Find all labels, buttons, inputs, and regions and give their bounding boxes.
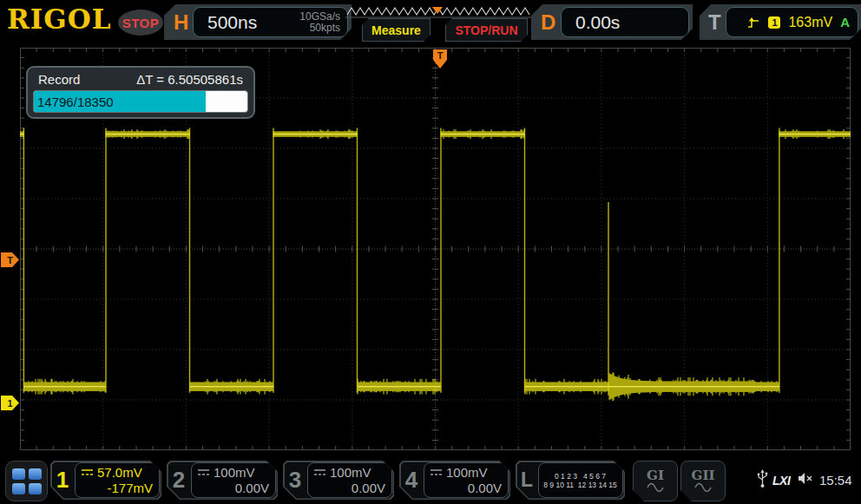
gen2-label: GII [692,469,715,482]
trigger-label: T [708,10,721,35]
logic-label: L [516,461,538,500]
oscilloscope-screen: RIGOL STOP H 500ns 10GSa/s 50kpts Measur… [0,0,861,504]
delay-readout: 0.00s [561,7,689,37]
run-state-badge: STOP [118,10,163,36]
channel2-offset: 0.00V [197,481,269,496]
usb-icon [757,469,768,488]
logic-analyzer-box[interactable]: L 0 1 2 3 4 5 6 7 8 9 10 11 12 13 14 15 [516,461,625,500]
record-delta-t: ΔT = 6.50505861s [136,72,243,87]
acquisition-info: 10GSa/s 50kpts [299,11,340,34]
channel4-offset: 0.00V [430,481,502,496]
record-progress-text: 14796/18350 [37,91,114,112]
memory-depth: 50kpts [310,22,340,34]
stop-run-button[interactable]: STOP/RUN [445,18,528,42]
menu-grid-icon [12,468,25,480]
logic-digits-row1: 0 1 2 3 4 5 6 7 [555,472,606,481]
sine-wave-icon [693,482,713,493]
channel1-number: 1 [50,461,75,500]
trigger-slope-icon [746,16,760,29]
gen1-label: GI [647,469,664,482]
trigger-level-marker[interactable]: T [1,252,19,267]
delay-value: 0.00s [575,12,620,33]
record-overlay: Record ΔT = 6.50505861s 14796/18350 [26,66,255,119]
logic-digits-row2: 8 9 10 11 12 13 14 15 [543,481,616,489]
delay-label: D [541,10,555,35]
trigger-position-marker[interactable]: T [432,49,448,70]
horizontal-label: H [174,10,188,35]
channel3-offset: 0.00V [313,481,385,496]
timebase-value: 500ns [207,12,257,33]
channel3-number: 3 [283,461,307,500]
menu-button[interactable] [5,461,48,501]
clock: 15:54 [819,473,852,488]
channel2-scale: 100mV [214,465,255,481]
delay-panel[interactable]: D 0.00s [531,4,693,40]
dc-coupling-icon [430,468,443,476]
channel1-offset: -177mV [81,481,153,496]
menu-grid-icon [29,468,42,480]
trigger-source-badge: 1 [768,16,780,29]
sample-rate: 10GSa/s [299,10,340,23]
waveform-preview-strip[interactable] [345,4,531,18]
measure-button[interactable]: Measure [362,18,430,42]
trigger-position-letter: T [437,50,444,61]
gen1-button[interactable]: GI [633,461,678,501]
sine-wave-icon [646,482,665,493]
menu-grid-icon [12,483,25,494]
horizontal-panel[interactable]: H 500ns 10GSa/s 50kpts [164,4,352,40]
channel4-box[interactable]: 4 100mV 0.00V [399,461,510,500]
gen2-button[interactable]: GII [680,461,726,501]
trigger-panel[interactable]: T 1 163mV A [700,4,861,40]
channel4-number: 4 [399,461,424,500]
trigger-sweep-mode: A [840,15,850,29]
channel2-number: 2 [167,461,191,500]
channel3-box[interactable]: 3 100mV 0.00V [283,461,394,500]
speaker-muted-icon [798,472,813,485]
menu-grid-icon [29,483,42,494]
channel4-scale: 100mV [446,465,488,481]
dc-coupling-icon [197,468,210,476]
rigol-logo: RIGOL [7,3,112,35]
timebase-readout: 500ns 10GSa/s 50kpts [193,7,348,37]
channel1-scale: 57.0mV [97,465,142,481]
channel3-scale: 100mV [330,465,371,481]
record-title: Record [38,72,80,87]
channel1-zero-marker[interactable]: 1 [1,396,19,410]
record-progress-bar[interactable]: 14796/18350 [33,90,248,113]
trigger-readout: 1 163mV A [726,7,858,37]
dc-coupling-icon [81,468,94,476]
channel1-box[interactable]: 1 57.0mV -177mV [50,461,161,500]
channel2-box[interactable]: 2 100mV 0.00V [167,461,278,500]
dc-coupling-icon [313,468,326,476]
lxi-logo: LXI [772,474,790,488]
trigger-level-value: 163mV [788,15,832,30]
